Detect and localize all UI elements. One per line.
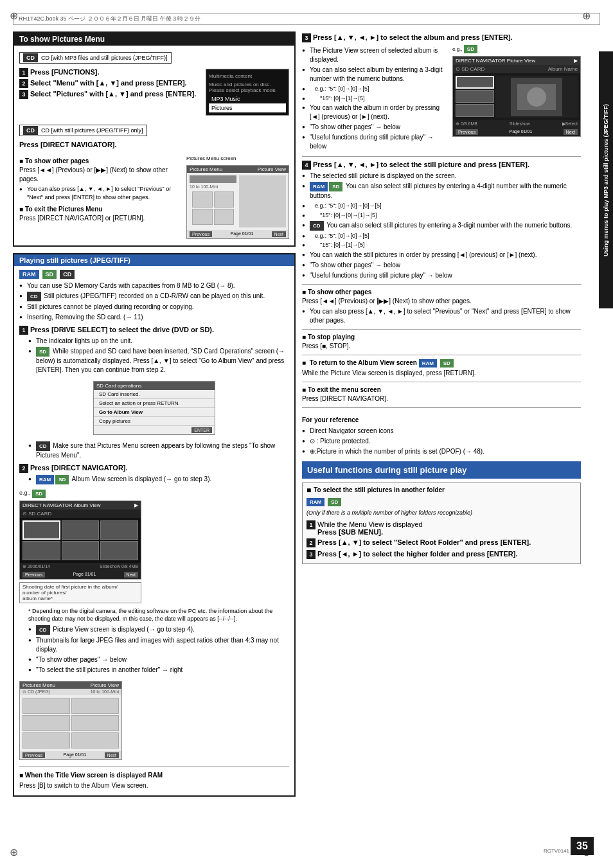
sd-row-go[interactable]: Go to Album View [94, 408, 215, 417]
page-number: 35 [576, 840, 588, 852]
av-prev-btn[interactable]: Previous [22, 572, 45, 578]
ps-bullet-0: You can use SD Memory Cards with capacit… [19, 281, 289, 290]
av-thumb-2 [62, 520, 100, 540]
pms-thumb-3 [192, 209, 213, 225]
divider-step3 [302, 156, 581, 157]
badge-cd-2: CD [23, 126, 38, 135]
page-container: ⊕ ⊕ ⊕ ⊕ Using menus to play MP3 and stil… [0, 0, 613, 868]
pms-right-panel [239, 175, 286, 227]
rc-s4-eg2b: "15": [0]→[1]→[5] [302, 241, 581, 249]
left-column: To show Pictures Menu CD CD [with MP3 fi… [13, 31, 296, 803]
sd-title: SD Card operations [94, 382, 215, 390]
sf-step-3-num: 3 [306, 550, 315, 559]
badge-ram-sf: RAM [306, 498, 324, 506]
av-next-btn[interactable]: Next [124, 572, 138, 578]
ref-title: For your reference [302, 416, 581, 425]
multimedia-menu-screen: Multimedia content Music and pictures on… [206, 69, 289, 116]
rc-stop-text: Press [■, STOP]. [302, 342, 581, 351]
badge-ram: RAM [19, 270, 39, 279]
pms-left-panel: 10 to 100-Mini [190, 175, 236, 227]
pms-prev-btn[interactable]: Previous [190, 231, 212, 237]
rc-step-3-bullets-wrapper: The Picture View screen of selected albu… [302, 45, 447, 152]
ps-step-1-bullets: The indicator lights up on the unit. SD … [19, 337, 289, 375]
step-1: 1 Press [FUNCTIONS]. [19, 68, 200, 77]
cd-pv-prev[interactable]: Previous [22, 752, 45, 758]
header-text: RH1T42C.book 35 ページ ２００６年２月６日 月曜日 午後３時２９… [19, 15, 200, 23]
av-page: Page 01/01 [73, 572, 96, 578]
pms-thumb-1 [192, 191, 213, 208]
steps-with-menu: 1 Press [FUNCTIONS]. 2 Select "Menu" wit… [19, 66, 289, 118]
step-1-text: Press [FUNCTIONS]. [30, 68, 200, 76]
rc-return-album-text: While the Picture View screen is display… [302, 369, 581, 378]
sub-sections-text: To show other pages Press [◄◄] (Previous… [19, 154, 181, 241]
pv-next-btn[interactable]: Next [564, 129, 578, 135]
badge-cd-s1b2: CD [36, 441, 50, 451]
sd-enter-btn[interactable]: ENTER [191, 427, 212, 433]
pms-wrapper: Pictures Menu Picture View 10 to 100-Min… [186, 165, 289, 239]
step-2-number: 2 [19, 79, 28, 88]
rc-s3-b1: You can also select album by entering a … [302, 66, 447, 84]
av-badge: ▶ [134, 502, 138, 508]
sf-step-2-text: Press [▲, ▼] to select "Select Root Fold… [317, 538, 576, 546]
ps-bullet-3: Inserting, Removing the SD card. (→ 11) [19, 313, 289, 322]
direct-nav-pv-screen-wrapper: e.g., SD DIRECT NAVIGATOR Picture View ▶… [452, 45, 581, 139]
show-pictures-menu-section: To show Pictures Menu CD CD [with MP3 fi… [13, 31, 296, 247]
rc-other-pages-bullets: You can also press [▲, ▼, ◄, ►] to selec… [302, 307, 581, 325]
badge-ram-return: RAM [419, 359, 437, 368]
pms-next-btn[interactable]: Next [272, 231, 286, 237]
rc-step-3-bullets: The Picture View screen of selected albu… [302, 46, 447, 151]
pv-thumb-3 [456, 104, 494, 117]
sd-row-copy[interactable]: Copy pictures [94, 417, 215, 426]
direct-nav-pv-screen: DIRECT NAVIGATOR Picture View ▶ ⊙ SD CAR… [452, 56, 581, 137]
cd-pv-thumb-6 [71, 732, 119, 748]
eg-label-step2: e.g., SD DIRECT NAVIGATOR Album View ▶ ⊙… [19, 488, 141, 603]
av-thumb-5 [62, 541, 100, 560]
pms-title-left: Pictures Menu [190, 166, 222, 172]
cd-only-label: CD CD [with still pictures (JPEG/TIFF) o… [19, 125, 147, 136]
sf-step-1: 1 While the Menu View is displayed Press… [306, 520, 576, 536]
pv-sd-label: ⊙ SD CARD [456, 66, 484, 72]
corner-decoration-bl: ⊕ [10, 846, 18, 858]
useful-functions-title: Useful functions during still picture pl… [307, 465, 576, 475]
cd-pv-screen: Pictures Menu Picture View ⊙ CD (JPEG) 1… [19, 681, 122, 760]
pv-info: ⊕ 0/8 6MB Slideshow ▶Select [453, 120, 580, 128]
rc-s3-eg-2: "15": [0]→[1]→[5] [302, 94, 447, 103]
sd-row-0: SD Card inserted. [94, 390, 215, 399]
step-3-text: Select "Pictures" with [▲, ▼] and press … [30, 90, 200, 98]
av-info-count: Slideshow 0/8 4MB [100, 564, 138, 569]
sf-step-1-text: While the Menu View is displayed Press [… [317, 520, 576, 536]
divider-return [302, 382, 581, 382]
cd-pv-subtitle: ⊙ CD (JPEG) 10 to 100-Mini [20, 689, 121, 695]
useful-functions-box: Useful functions during still picture pl… [302, 461, 581, 479]
rc-exit-menu-heading: To exit the menu screen [302, 386, 581, 393]
badge-cd-playing: CD [60, 270, 75, 279]
pv-title-text: DIRECT NAVIGATOR Picture View [456, 58, 535, 64]
badge-sd-s4: SD [329, 182, 342, 191]
sf-step-2-num: 2 [306, 538, 315, 547]
av-info-date: ⊕ 2006/01/14 [22, 564, 50, 569]
exit-menu-heading: To exit the Pictures Menu [19, 206, 181, 213]
other-pages-heading: To show other pages [19, 157, 181, 164]
divider-1 [19, 766, 289, 767]
cd-pv-next[interactable]: Next [105, 752, 119, 758]
badge-sd-sf: SD [328, 498, 341, 506]
page-code: RGTV0141 [544, 848, 569, 854]
rc-op-b0: You can also press [▲, ▼, ◄, ►] to selec… [302, 307, 581, 325]
badge-sd: SD [42, 270, 57, 279]
cd-pv-thumb-4 [71, 715, 119, 731]
sd-card-screen: SD Card operations SD Card inserted. Sel… [93, 381, 215, 435]
album-view-screen: DIRECT NAVIGATOR Album View ▶ ⊙ SD CARD [19, 500, 141, 580]
ps-step-1-num: 1 [19, 326, 28, 335]
rc-step-3: 3 Press [▲, ▼, ◄, ►] to select the album… [302, 33, 581, 42]
pms-album-info: 10 to 100-Mini [190, 184, 236, 189]
rc-s3-eg-1: e.g.: "5": [0]→[0]→[5] [302, 85, 447, 93]
rc-s4-b4: "To show other pages" → below [302, 261, 581, 270]
rc-s4-b0: The selected still picture is displayed … [302, 172, 581, 181]
other-pages-bullet-1: You can also press [▲, ▼, ◄, ►] to selec… [19, 185, 181, 201]
cd-pv-nav: Previous Page 01/01 Next [20, 751, 121, 759]
pv-prev-btn[interactable]: Previous [456, 129, 478, 135]
rc-s3-b4: "Useful functions during still picture p… [302, 133, 447, 151]
cd-pv-cd: ⊙ CD (JPEG) [22, 689, 50, 695]
side-label: Using menus to play MP3 and still pictur… [599, 51, 613, 308]
ps-bullet-1: CD Still pictures (JPEG/TIFF) recorded o… [19, 292, 289, 301]
